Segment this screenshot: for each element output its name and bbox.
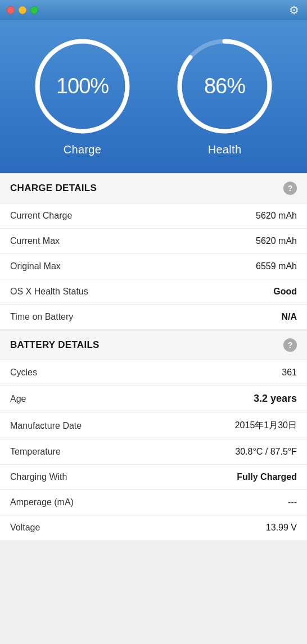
header-section: 100% Charge 86% Health [0,20,307,173]
row-value: N/A [281,312,297,322]
row-value: 30.8°C / 87.5°F [235,447,297,457]
row-label: OS X Health Status [10,287,88,297]
table-row: Charging With Fully Charged [0,465,307,490]
row-value: 5620 mAh [256,211,297,221]
row-label: Original Max [10,261,61,271]
charge-gauge-container: 100% Charge [33,37,132,156]
table-row: Manufacture Date 2015年1月30日 [0,412,307,439]
table-row: Cycles 361 [0,360,307,386]
row-label: Age [10,394,26,404]
charge-details-help[interactable]: ? [283,182,297,195]
row-value: 13.99 V [266,523,297,533]
close-button[interactable] [7,6,15,14]
table-row: Amperage (mA) --- [0,490,307,515]
table-row: Temperature 30.8°C / 87.5°F [0,439,307,465]
charge-gauge-inner: 100% [33,37,132,135]
row-label: Current Charge [10,211,72,221]
table-row: Current Max 5620 mAh [0,229,307,254]
charge-details-title: CHARGE DETAILS [10,183,97,194]
health-label: Health [208,143,242,156]
row-value: Fully Charged [237,472,297,482]
row-value-age: 3.2 years [254,393,297,405]
table-row: Original Max 6559 mAh [0,254,307,279]
row-value: 2015年1月30日 [235,420,297,432]
row-value: Good [273,287,297,297]
charge-details-header: CHARGE DETAILS ? [0,173,307,203]
row-value: 5620 mAh [256,236,297,246]
battery-details-title: BATTERY DETAILS [10,339,100,351]
row-value: 6559 mAh [256,261,297,271]
health-gauge-inner: 86% [175,37,274,135]
health-percent: 86% [204,74,245,98]
row-value: --- [288,497,297,507]
minimize-button[interactable] [19,6,26,14]
content-section: CHARGE DETAILS ? Current Charge 5620 mAh… [0,173,307,540]
row-label: Charging With [10,472,67,482]
traffic-lights [7,6,38,14]
row-label: Voltage [10,523,40,533]
row-value: 361 [282,368,297,378]
table-row: Age 3.2 years [0,386,307,412]
health-gauge: 86% [175,37,274,135]
table-row: Time on Battery N/A [0,305,307,330]
row-label: Manufacture Date [10,421,82,431]
row-label: Amperage (mA) [10,497,74,507]
row-label: Cycles [10,368,37,378]
row-label: Time on Battery [10,312,73,322]
charge-percent: 100% [56,74,109,98]
table-row: OS X Health Status Good [0,279,307,305]
row-label: Current Max [10,236,60,246]
gear-icon: ⚙ [289,4,299,16]
row-label: Temperature [10,447,61,457]
maximize-button[interactable] [30,6,38,14]
health-gauge-container: 86% Health [175,37,274,156]
charge-label: Charge [64,143,101,156]
battery-details-header: BATTERY DETAILS ? [0,330,307,360]
table-row: Voltage 13.99 V [0,515,307,540]
charge-gauge: 100% [33,37,132,135]
table-row: Current Charge 5620 mAh [0,203,307,229]
settings-button[interactable]: ⚙ [289,3,299,17]
battery-details-help[interactable]: ? [283,338,297,352]
titlebar: ⚙ [0,0,307,20]
